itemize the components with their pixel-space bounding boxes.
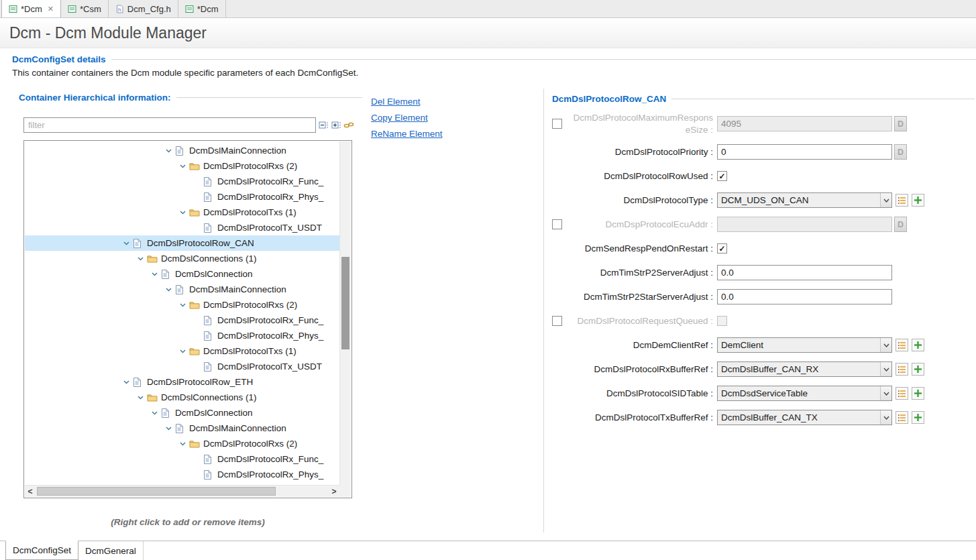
field-label: DcmTimStrP2StarServerAdjust :	[571, 291, 717, 303]
editor-tab-dcm-cfg-h[interactable]: hDcm_Cfg.h	[109, 0, 178, 17]
horizontal-scroll-thumb[interactable]	[37, 487, 276, 496]
tree-vertical-scrollbar[interactable]	[339, 142, 351, 485]
reference-list-icon[interactable]	[896, 387, 908, 400]
field-label: DcmDslProtocolPriority :	[571, 146, 717, 158]
field-combo[interactable]: DcmDsdServiceTable	[717, 386, 892, 401]
indent-spacer	[193, 194, 201, 200]
add-reference-icon[interactable]	[912, 194, 924, 207]
tree-item-dcmdslprotocoltx-usdt[interactable]: DcmDslProtocolTx_USDT	[25, 220, 339, 235]
value-checkbox[interactable]: ✓	[717, 243, 727, 254]
tree-item-dcmdslprotocoltx-usdt[interactable]: DcmDslProtocolTx_USDT	[25, 359, 339, 374]
tree-item-dcmdslmainconnection[interactable]: DcmDslMainConnection	[25, 282, 339, 297]
collapse-all-icon[interactable]	[318, 120, 329, 131]
override-checkbox[interactable]	[552, 119, 562, 129]
field-label: DcmDslProtocolRxBufferRef :	[571, 363, 717, 376]
tree-item-label: DcmDslProtocolRx_Phys_	[217, 192, 323, 202]
tree-horizontal-scrollbar[interactable]: < >	[25, 485, 339, 497]
chevron-down-icon[interactable]	[122, 240, 131, 246]
chevron-down-icon[interactable]	[164, 425, 173, 431]
field-dcmdslprotocolrxbufferref: DcmDslProtocolRxBufferRef :DcmDslBuffer_…	[552, 361, 963, 377]
scroll-right-arrow-icon[interactable]: >	[329, 486, 339, 498]
reference-list-icon[interactable]	[896, 411, 908, 424]
scroll-left-arrow-icon[interactable]: <	[25, 486, 36, 498]
tree-item-dcmdslprotocoltxs-1[interactable]: DcmDslProtocolTxs (1)	[25, 205, 339, 220]
vertical-scroll-thumb[interactable]	[341, 257, 349, 349]
chevron-down-icon[interactable]	[150, 410, 159, 416]
add-reference-icon[interactable]	[912, 411, 924, 424]
default-value-button[interactable]: D	[894, 116, 907, 131]
field-combo[interactable]: DcmDslBuffer_CAN_TX	[717, 410, 892, 425]
default-value-button[interactable]: D	[894, 217, 907, 232]
add-reference-icon[interactable]	[912, 363, 924, 376]
tree-item-dcmdslconnection[interactable]: DcmDslConnection	[25, 405, 339, 421]
tree-item-dcmdslprotocolrx-phys[interactable]: DcmDslProtocolRx_Phys_	[25, 189, 339, 205]
folder-icon	[147, 393, 158, 402]
chevron-down-icon[interactable]	[150, 271, 159, 277]
chevron-down-icon[interactable]	[178, 209, 187, 215]
default-value-button[interactable]: D	[894, 144, 907, 160]
action-link-rename-element[interactable]: ReName Element	[371, 129, 443, 139]
tree-item-dcmdslprotocoltxs-1[interactable]: DcmDslProtocolTxs (1)	[25, 343, 339, 359]
field-text-input[interactable]	[717, 289, 892, 304]
chevron-down-icon[interactable]	[136, 394, 145, 400]
combo-value: DcmDslBuffer_CAN_RX	[718, 364, 880, 374]
field-combo[interactable]: DcmDslBuffer_CAN_RX	[717, 361, 892, 377]
tree-item-dcmdslprotocolrx-phys[interactable]: DcmDslProtocolRx_Phys_	[25, 467, 339, 482]
chevron-down-icon[interactable]	[122, 379, 131, 385]
field-text-input[interactable]	[717, 144, 892, 160]
tree-item-label: DcmDslProtocolTxs (1)	[203, 346, 296, 356]
override-checkbox[interactable]	[552, 316, 562, 326]
filter-input[interactable]	[23, 117, 316, 133]
reference-list-icon[interactable]	[896, 339, 908, 351]
tree-item-dcmdslprotocolrx-func[interactable]: DcmDslProtocolRx_Func_	[25, 174, 339, 189]
tree-item-dcmdslmainconnection[interactable]: DcmDslMainConnection	[25, 421, 339, 436]
tab-dcmgeneral[interactable]: DcmGeneral	[78, 541, 144, 560]
tab-dcmconfigset[interactable]: DcmConfigSet	[5, 541, 78, 560]
editor-tab-csm[interactable]: *Csm	[61, 0, 109, 17]
tree-items: DcmDslMainConnectionDcmDslProtocolRxs (2…	[25, 142, 339, 485]
chevron-down-icon[interactable]	[164, 148, 173, 154]
field-text-input[interactable]	[717, 265, 892, 280]
reference-list-icon[interactable]	[896, 194, 908, 207]
chevron-down-icon[interactable]	[178, 302, 187, 308]
chevron-down-icon[interactable]	[178, 348, 187, 354]
chevron-down-icon[interactable]	[136, 256, 145, 262]
add-reference-icon[interactable]	[912, 339, 924, 351]
tree-item-dcmdslprotocolrx-func[interactable]: DcmDslProtocolRx_Func_	[25, 451, 339, 467]
expand-all-icon[interactable]	[331, 120, 341, 131]
field-combo[interactable]: DemClient	[717, 337, 892, 353]
chevron-down-icon[interactable]	[164, 286, 173, 292]
editor-tab-dcm[interactable]: *Dcm	[178, 0, 226, 17]
chevron-down-icon[interactable]	[178, 441, 187, 447]
action-link-del-element[interactable]: Del Element	[371, 97, 443, 107]
action-link-copy-element[interactable]: Copy Element	[371, 113, 443, 123]
tree-item-dcmdslconnection[interactable]: DcmDslConnection	[25, 266, 339, 282]
editor-tab-label: *Dcm	[197, 4, 219, 14]
tree-item-dcmdslprotocolrx-func[interactable]: DcmDslProtocolRx_Func_	[25, 313, 339, 328]
tree-item-dcmdslprotocolrxs-2[interactable]: DcmDslProtocolRxs (2)	[25, 297, 339, 313]
add-reference-icon[interactable]	[912, 387, 924, 400]
field-combo[interactable]: DCM_UDS_ON_CAN	[717, 192, 892, 208]
folder-icon	[147, 254, 158, 263]
tree-group-header: Container Hierarchical information:	[19, 93, 362, 103]
tree-item-dcmdslmainconnection[interactable]: DcmDslMainConnection	[25, 143, 339, 158]
value-checkbox	[717, 316, 727, 326]
editor-tab-dcm[interactable]: *Dcm✕	[1, 0, 61, 17]
tree-item-dcmdslprotocolrxs-2[interactable]: DcmDslProtocolRxs (2)	[25, 158, 339, 174]
tree-item-dcmdslprotocolrow-eth[interactable]: DcmDslProtocolRow_ETH	[25, 374, 339, 390]
chevron-down-icon[interactable]	[178, 163, 187, 169]
reference-list-icon[interactable]	[896, 363, 908, 376]
link-with-editor-icon[interactable]	[343, 120, 354, 131]
tree-item-dcmdslprotocolrow-can[interactable]: DcmDslProtocolRow_CAN	[25, 235, 339, 251]
field-dcmdslprotocolrowused: DcmDslProtocolRowUsed :✓	[552, 168, 963, 184]
tree-item-dcmdslconnections-1[interactable]: DcmDslConnections (1)	[25, 251, 339, 266]
tree-item-label: DcmDslProtocolRx_Phys_	[217, 331, 323, 341]
value-checkbox[interactable]: ✓	[717, 171, 727, 181]
close-icon[interactable]: ✕	[48, 5, 54, 13]
field-dcmdslprotocolsidtable: DcmDslProtocolSIDTable :DcmDsdServiceTab…	[552, 386, 963, 401]
override-checkbox[interactable]	[552, 219, 562, 229]
tree-item-dcmdslprotocolrxs-2[interactable]: DcmDslProtocolRxs (2)	[25, 436, 339, 451]
combo-value: DemClient	[718, 340, 880, 350]
tree-item-dcmdslconnections-1[interactable]: DcmDslConnections (1)	[25, 390, 339, 405]
tree-item-dcmdslprotocolrx-phys[interactable]: DcmDslProtocolRx_Phys_	[25, 328, 339, 343]
